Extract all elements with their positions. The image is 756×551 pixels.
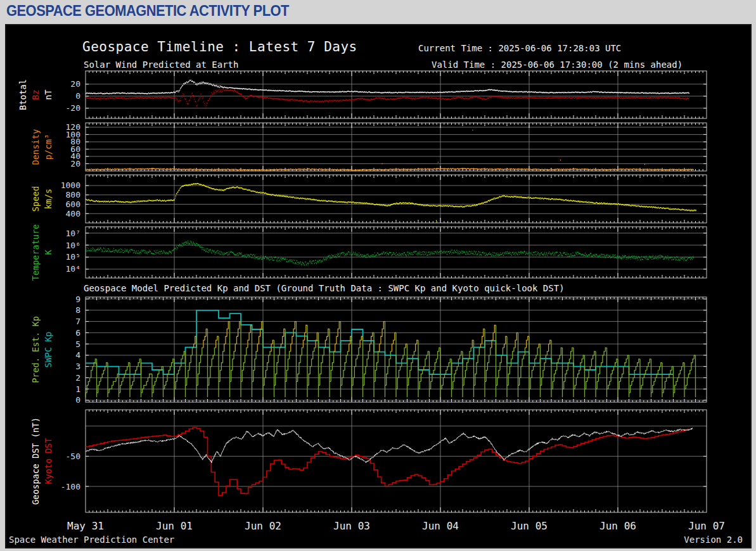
gridlines [86, 71, 707, 118]
panel-temp: 10⁷10⁶10⁵10⁴TemperatureK [30, 224, 707, 281]
x-axis-label: Jun 06 [599, 520, 636, 532]
x-axis-label: May 31 [67, 520, 104, 532]
series-btotal [86, 80, 689, 94]
axis-label-swpc-kp: SWPC Kp [43, 332, 53, 368]
y-tick-label: 20 [70, 159, 80, 168]
y-tick-label: 20 [70, 79, 80, 89]
y-tick-label: -50 [66, 452, 80, 461]
y-tick-label: 0 [75, 395, 80, 405]
footer-credit: Space Weather Prediction Center [9, 535, 174, 545]
plot-title: Geospace Timeline : Latest 7 Days [82, 39, 357, 54]
valid-time-label: Valid Time : 2025-06-06 17:30:00 (2 mins… [432, 60, 682, 70]
y-tick-label: 4 [75, 350, 80, 360]
axis-label-kyoto-dst: Kyoto DST [43, 438, 53, 484]
series-kyoto-dst [86, 428, 689, 495]
y-tick-label: 10⁵ [66, 252, 80, 262]
axis-ticks [86, 71, 707, 118]
panel-density: 12010080604020Densityp/cm³ [30, 122, 707, 171]
y-tick-label: -100 [61, 482, 80, 491]
y-tick-label: 10⁶ [66, 241, 80, 250]
y-tick-label: 6 [75, 328, 80, 338]
page-header: GEOSPACE GEOMAGNETIC ACTIVITY PLOT [6, 3, 304, 23]
axis-label-temperature: Temperature [30, 224, 41, 281]
y-tick-label: 400 [66, 209, 80, 218]
kp-dst-section-title: Geospace Model Predicted Kp and DST (Gro… [84, 283, 565, 293]
y-tick-label: 10⁷ [66, 229, 80, 238]
gridlines [86, 410, 707, 512]
panel-border [86, 71, 707, 118]
axis-label-density: Density [30, 129, 41, 165]
panel-speed: 1000800600400Speedkm/s [30, 175, 707, 223]
axis-label-p-cm-: p/cm³ [43, 134, 53, 160]
series-geospace-dst [86, 428, 693, 462]
solar-wind-subtitle: Solar Wind Predicted at Earth [84, 60, 238, 70]
current-time-label: Current Time : 2025-06-06 17:28:03 UTC [418, 43, 621, 53]
series-temperature [86, 241, 694, 265]
y-tick-label: 9 [75, 294, 80, 304]
panel-border [86, 410, 707, 512]
panel-kp: 9876543210Pred. Est. KpSWPC Kp [30, 294, 707, 405]
axis-label-km-s: km/s [43, 189, 53, 210]
series-swpc-kp [86, 310, 674, 374]
axis-label-geospace-dst-nt-: Geospace DST (nT) [30, 417, 41, 505]
axis-label-nt: nT [43, 89, 53, 99]
x-axis-label: Jun 07 [688, 520, 725, 532]
y-tick-label: 600 [66, 200, 80, 209]
axis-label-btotal: Btotal [18, 79, 28, 110]
plot-window: 200-20BtotalBznT12010080604020Densityp/c… [5, 24, 752, 548]
y-tick-label: 7 [75, 317, 80, 326]
panel-border [86, 175, 707, 223]
y-tick-label: 1 [75, 384, 80, 394]
axis-label-speed: Speed [30, 186, 41, 212]
page-title: GEOSPACE GEOMAGNETIC ACTIVITY PLOT [6, 3, 289, 20]
footer-version: Version 2.0 [684, 535, 743, 545]
y-tick-label: 3 [75, 362, 80, 371]
y-tick-label: 8 [75, 305, 80, 315]
gridlines [86, 123, 707, 171]
y-tick-label: 2 [75, 373, 80, 383]
axis-ticks [86, 410, 707, 512]
x-axis-label: Jun 03 [333, 520, 370, 532]
axis-label-k: K [43, 250, 53, 255]
x-axis-label: Jun 05 [511, 520, 548, 532]
axis-label-pred-est-kp: Pred. Est. Kp [30, 316, 41, 383]
y-tick-label: 5 [75, 339, 80, 349]
y-tick-label: -20 [66, 103, 80, 113]
gridlines [86, 175, 707, 223]
y-tick-label: 0 [75, 91, 80, 101]
y-tick-label: 1000 [61, 180, 80, 190]
x-axis-label: Jun 01 [156, 520, 193, 532]
y-tick-label: 10⁴ [66, 264, 80, 274]
axis-ticks [86, 175, 707, 223]
axis-label-bz: Bz [30, 89, 41, 99]
panel-dst: -50-100Geospace DST (nT)Kyoto DST [30, 410, 707, 512]
panel-imf: 200-20BtotalBznT [18, 71, 707, 118]
series-pred-kp-high [194, 322, 551, 352]
x-axis-label: Jun 04 [422, 520, 459, 532]
y-tick-label: 800 [66, 190, 80, 200]
series-speed [86, 184, 696, 221]
x-axis-label: Jun 02 [245, 520, 281, 532]
series-density [86, 130, 694, 170]
